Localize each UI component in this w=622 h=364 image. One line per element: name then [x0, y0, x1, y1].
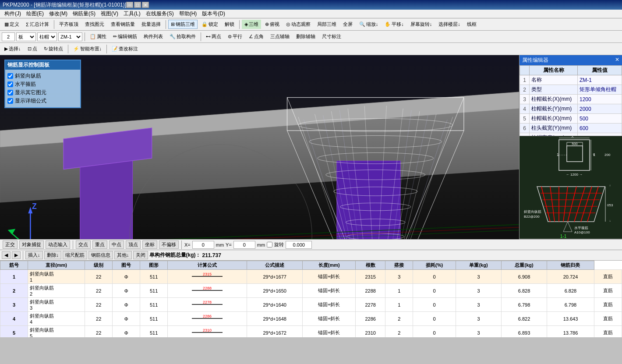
btn-fullscreen[interactable]: 全屏	[340, 20, 355, 29]
prop-row-val[interactable]: 2000	[578, 104, 622, 114]
btn-midpoint[interactable]: 重点	[92, 240, 107, 249]
menu-rebar-qty[interactable]: 钢筋量(S)	[70, 10, 98, 18]
btn-select[interactable]: ▶ 选择↓	[2, 44, 24, 53]
window-buttons: ─ □ ✕	[126, 2, 149, 8]
prop-row-val[interactable]: 600	[578, 124, 622, 133]
btn-dim[interactable]: 尺寸标注	[319, 32, 344, 41]
btn-snap[interactable]: 对象捕捉	[19, 240, 44, 249]
btn-prop[interactable]: 📋 属性	[87, 32, 109, 41]
btn-find-elem[interactable]: 查找图元	[82, 20, 107, 29]
btn-rotate-pt[interactable]: ↻ 旋转点	[41, 44, 66, 53]
rotate-input[interactable]	[286, 241, 312, 249]
rebar-shape-icon: 2286	[190, 314, 225, 323]
sep3	[239, 20, 240, 29]
btn-define[interactable]: ▦ 定义	[2, 20, 22, 29]
btn-edit-rebar[interactable]: ✏ 编辑钢筋	[110, 32, 140, 41]
btn-view-qty[interactable]: 查看钢筋量	[108, 20, 138, 29]
rebar-table-row[interactable]: 4 斜竖向纵筋 4 22 Φ 511 2286 29*d+1648 锚固+斜长 …	[0, 312, 622, 326]
btn-3d[interactable]: ◈ 三维	[242, 20, 261, 29]
rotate-checkbox[interactable]	[267, 242, 272, 247]
btn-rebar-other[interactable]: 其他↓	[114, 251, 132, 259]
rebar-check-horiz[interactable]: 水平箍筋	[7, 80, 78, 88]
btn-center[interactable]: 中点	[109, 240, 124, 249]
menu-version[interactable]: 版本号(D)	[199, 10, 228, 18]
btn-screen-rotate[interactable]: 屏幕旋转↓	[408, 20, 435, 29]
btn-dynamic-input[interactable]: 动态输入	[46, 240, 70, 249]
btn-point[interactable]: ⊡ 点	[25, 44, 40, 53]
svg-text:B22@200: B22@200	[524, 215, 540, 219]
btn-batch-sel[interactable]: 批量选择	[139, 20, 163, 29]
x-coord-input[interactable]	[192, 241, 214, 249]
btn-coord[interactable]: 坐标	[142, 240, 157, 249]
maximize-button[interactable]: □	[134, 2, 141, 8]
close-button[interactable]: ✕	[142, 2, 149, 8]
rebar-check-diagonal[interactable]: 斜竖向纵筋	[7, 72, 78, 80]
btn-dynamic-obs[interactable]: ◎ 动态观察	[283, 20, 313, 29]
btn-rebar-3d[interactable]: ⊞ 钢筋三维	[168, 20, 198, 29]
element-type-select[interactable]: 板	[16, 32, 36, 41]
btn-modify-mark[interactable]: 📝 查改标注	[109, 44, 141, 53]
btn-unlock[interactable]: 解锁	[222, 20, 237, 29]
btn-rebar-info[interactable]: 钢筋信息	[88, 251, 113, 259]
btn-point-angle[interactable]: ∠ 点角	[246, 32, 266, 41]
rebar-check-other-elem[interactable]: 显示其它图元	[7, 88, 78, 97]
menu-draw[interactable]: 绘图(E)	[24, 10, 46, 18]
rebar-table-row[interactable]: 3 斜竖向纵筋 3 22 Φ 511 2278 29*d+1640 锚固+斜长 …	[0, 298, 622, 312]
btn-insert-rebar[interactable]: 插入↓	[25, 251, 43, 259]
menu-modify[interactable]: 修改(M)	[46, 10, 70, 18]
prop-row-name: 柱帽截长(X)(mm)	[530, 114, 578, 124]
right-panel: 属性编辑器 ✕ 属性名称 属性值 1 名称 ZM-1 2 类型	[519, 55, 622, 239]
prop-row-val[interactable]: 1200	[578, 95, 622, 104]
rebar-table-row[interactable]: 2 斜竖向纵筋 2 22 Φ 511 2288 29*d+1650 锚固+斜长 …	[0, 284, 622, 298]
btn-select-floor[interactable]: 选择楼层↓	[436, 20, 463, 29]
btn-level-top[interactable]: 平齐板顶	[57, 20, 81, 29]
btn-elem-list[interactable]: 构件列表	[141, 32, 166, 41]
btn-rebar-fwd[interactable]: ▶	[12, 251, 21, 259]
btn-local-3d[interactable]: 局部三维	[315, 20, 339, 29]
x-label: X=	[184, 242, 191, 247]
svg-text:X: X	[571, 136, 574, 138]
y-coord-input[interactable]	[233, 241, 255, 249]
btn-intersection[interactable]: 交点	[76, 240, 91, 249]
btn-no-offset[interactable]: 不偏移	[159, 240, 179, 249]
menu-tools[interactable]: 工具(L)	[121, 10, 143, 18]
menu-component[interactable]: 构件(J)	[2, 10, 24, 18]
btn-orthogonal[interactable]: 正交	[3, 240, 18, 249]
element-id-select[interactable]: ZM-1	[58, 32, 82, 41]
prop-row-val[interactable]: ZM-1	[578, 75, 622, 85]
menu-help[interactable]: 帮助(H)	[177, 10, 200, 18]
btn-delete-rebar[interactable]: 删除↓	[44, 251, 62, 259]
btn-rebar-close[interactable]: 关闭	[133, 251, 148, 259]
btn-3pt-aux[interactable]: 三点辅轴	[268, 32, 292, 41]
btn-parallel[interactable]: ⊜ 平行	[225, 32, 245, 41]
prop-row-val[interactable]: 500	[578, 114, 622, 124]
btn-calc[interactable]: Σ 汇总计算	[23, 20, 52, 29]
status-bar: 正交 对象捕捉 动态输入 交点 重点 中点 顶点 坐标 不偏移 X= mm Y=…	[0, 239, 622, 250]
rebar-table-row[interactable]: 5 斜竖向纵筋 5 22 Φ 511 2310 29*d+1672 锚固+斜长 …	[0, 326, 622, 338]
element-sub-select[interactable]: 柱帽	[37, 32, 57, 41]
menu-online[interactable]: 在线服务(S)	[143, 10, 177, 18]
rebar-col-header: 总重(kg)	[502, 261, 547, 270]
btn-smart-layout[interactable]: ⚡ 智能布置↓	[71, 44, 105, 53]
btn-vertex[interactable]: 顶点	[126, 240, 141, 249]
btn-del-aux[interactable]: 删除辅轴	[293, 32, 318, 41]
btn-two-pts[interactable]: ⊷ 两点	[203, 32, 224, 41]
rebar-table-row[interactable]: 1 斜竖向纵筋 1 22 Φ 511 2315 29*d+1677 锚固+斜长 …	[0, 270, 622, 284]
btn-rebar-back[interactable]: ◀	[2, 251, 11, 259]
3d-viewport[interactable]: 钢筋显示控制面板 斜竖向纵筋 水平箍筋 显示其它图元 显示详细公式	[0, 55, 519, 239]
layer-input[interactable]	[2, 32, 15, 41]
prop-row-val[interactable]: 矩形单倾角柱帽	[578, 85, 622, 95]
btn-lock[interactable]: 🔒 锁定	[199, 20, 221, 29]
rebar-table-wrap[interactable]: 筋号直径(mm)级别图号图形计算公式公式描述长度(mm)根数搭接损耗(%)单重(…	[0, 261, 622, 337]
prop-row-name: 名称	[530, 75, 578, 85]
btn-top-view[interactable]: ⊕ 俯视	[262, 20, 282, 29]
rebar-check-detail-formula[interactable]: 显示详细公式	[7, 97, 78, 105]
btn-pan[interactable]: ✋ 平移↓	[382, 20, 406, 29]
btn-zoom[interactable]: 🔍 缩放↓	[357, 20, 381, 29]
minimize-button[interactable]: ─	[126, 2, 133, 8]
btn-pick-elem[interactable]: 🔧 拾取构件	[167, 32, 198, 41]
btn-scale-rebar[interactable]: 缩尺配筋	[63, 251, 87, 259]
rebar-row-id: 1	[0, 270, 28, 284]
btn-wireframe[interactable]: 线框	[464, 20, 479, 29]
menu-view[interactable]: 视图(V)	[98, 10, 121, 18]
